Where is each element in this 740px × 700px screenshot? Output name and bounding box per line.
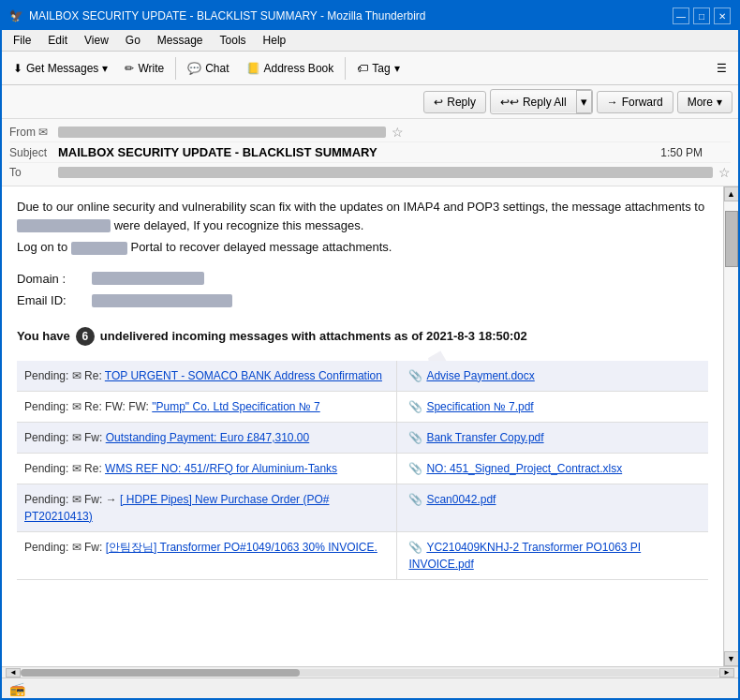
menu-view[interactable]: View xyxy=(77,32,116,49)
scrollbar-thumb[interactable] xyxy=(725,211,738,267)
maximize-button[interactable]: □ xyxy=(693,7,710,24)
title-bar: 🦅 MAILBOX SECURITY UPDATE - BLACKLIST SU… xyxy=(2,2,738,30)
menu-edit[interactable]: Edit xyxy=(40,32,75,49)
attachment-icon: 📎 xyxy=(408,367,422,384)
pending-table: Pending: ✉ Re: TOP URGENT - SOMACO BANK … xyxy=(17,361,708,580)
hscroll-thumb[interactable] xyxy=(21,669,300,677)
pending-left-cell: Pending: ✉ Re: TOP URGENT - SOMACO BANK … xyxy=(17,361,397,392)
body-text: Due to our online security and vulnerabi… xyxy=(17,198,708,580)
toolbar-separator-2 xyxy=(345,57,346,80)
to-row: To ☆ xyxy=(9,163,731,182)
to-label: To xyxy=(9,166,58,179)
reply-all-button[interactable]: ↩↩ Reply All xyxy=(491,92,576,112)
hscroll-bar: ◄ ► xyxy=(2,666,738,678)
pending-link[interactable]: TOP URGENT - SOMACO BANK Address Confirm… xyxy=(105,369,382,382)
forward-label: Forward xyxy=(622,96,663,109)
close-button[interactable]: ✕ xyxy=(714,7,731,24)
scroll-down-arrow[interactable]: ▼ xyxy=(724,651,739,666)
menu-file[interactable]: File xyxy=(6,32,38,49)
tag-button[interactable]: 🏷 Tag ▾ xyxy=(349,58,407,79)
attachment-link[interactable]: Scan0042.pdf xyxy=(426,493,496,506)
menu-bar: File Edit View Go Message Tools Help xyxy=(2,30,738,52)
action-bar: ↩ Reply ↩↩ Reply All ▾ → Forward More ▾ xyxy=(2,85,738,119)
attachment-link[interactable]: Advise Payment.docx xyxy=(426,369,534,382)
write-icon: ✏ xyxy=(125,62,134,75)
from-star-icon[interactable]: ☆ xyxy=(392,125,404,140)
pending-plain-text: Pending: ✉ Fw: xyxy=(24,431,106,444)
pending-left-cell: Pending: ✉ Fw: Outstanding Payment: Euro… xyxy=(17,422,397,453)
menu-help[interactable]: Help xyxy=(256,32,294,49)
reply-all-icon: ↩↩ xyxy=(500,96,519,109)
pending-right-cell: 📎NO: 451_Signed_Project_Contract.xlsx xyxy=(397,453,708,484)
reply-all-dropdown-button[interactable]: ▾ xyxy=(576,90,592,113)
attachment-link[interactable]: Specification № 7.pdf xyxy=(426,400,533,413)
blurred-recipient xyxy=(17,219,111,232)
domain-label: Domain : xyxy=(17,270,92,289)
pending-left-cell: Pending: ✉ Re: FW: FW: "Pump" Co. Ltd Sp… xyxy=(17,391,397,422)
pending-link[interactable]: WMS REF NO: 451//RFQ for Aluminium-Tanks xyxy=(105,462,337,475)
attachment-link[interactable]: NO: 451_Signed_Project_Contract.xlsx xyxy=(426,462,622,475)
address-book-button[interactable]: 📒 Address Book xyxy=(239,58,342,79)
main-window: 🦅 MAILBOX SECURITY UPDATE - BLACKLIST SU… xyxy=(0,0,740,700)
more-dropdown-icon: ▾ xyxy=(717,96,722,109)
right-scrollbar: ▲ ▼ xyxy=(723,186,738,666)
more-label: More xyxy=(688,96,713,109)
email-body: SCAM Due to our online security and vuln… xyxy=(2,186,723,666)
forward-icon: → xyxy=(607,96,618,109)
pending-right-cell: 📎Advise Payment.docx xyxy=(397,361,708,392)
attachment-icon: 📎 xyxy=(408,460,422,477)
get-messages-icon: ⬇ xyxy=(13,62,22,75)
attachment-link[interactable]: Bank Transfer Copy.pdf xyxy=(426,431,543,444)
tag-icon: 🏷 xyxy=(357,62,368,75)
forward-button[interactable]: → Forward xyxy=(597,91,673,113)
attachment-link[interactable]: YC210409KNHJ-2 Transformer PO1063 PI INV… xyxy=(408,541,641,571)
subject-value: MAILBOX SECURITY UPDATE - BLACKLIST SUMM… xyxy=(58,145,660,159)
blurred-portal xyxy=(71,242,127,255)
domain-value xyxy=(92,272,204,285)
pending-link[interactable]: [안팀장님] Transformer PO#1049/1063 30% INVO… xyxy=(106,541,377,554)
email-content-area: SCAM Due to our online security and vuln… xyxy=(2,186,738,666)
reply-label: Reply xyxy=(447,96,476,109)
minimize-button[interactable]: — xyxy=(673,7,689,24)
chat-button[interactable]: 💬 Chat xyxy=(180,58,236,79)
hscroll-track xyxy=(21,669,719,677)
pending-link[interactable]: Outstanding Payment: Euro £847,310.00 xyxy=(106,431,309,444)
count-after: undelivered incoming messages with attac… xyxy=(100,327,527,346)
menu-message[interactable]: Message xyxy=(150,32,211,49)
attachment-icon: 📎 xyxy=(408,539,422,556)
hscroll-left-arrow[interactable]: ◄ xyxy=(6,668,21,678)
hamburger-menu-button[interactable]: ☰ xyxy=(709,58,734,79)
attachment-icon: 📎 xyxy=(408,429,422,446)
reply-button[interactable]: ↩ Reply xyxy=(423,91,486,113)
menu-go[interactable]: Go xyxy=(118,32,148,49)
emailid-value xyxy=(92,294,232,307)
scroll-up-arrow[interactable]: ▲ xyxy=(724,186,739,201)
chat-icon: 💬 xyxy=(187,62,201,75)
title-bar-controls: — □ ✕ xyxy=(673,7,731,24)
body-paragraph-1: Due to our online security and vulnerabi… xyxy=(17,198,708,234)
attachment-icon: 📎 xyxy=(408,398,422,415)
status-bar: 📻 xyxy=(2,678,738,698)
pending-link[interactable]: "Pump" Co. Ltd Specification № 7 xyxy=(152,400,319,413)
table-row: Pending: ✉ Re: TOP URGENT - SOMACO BANK … xyxy=(17,361,708,392)
tag-label: Tag xyxy=(372,62,390,75)
menu-tools[interactable]: Tools xyxy=(213,32,254,49)
table-row: Pending: ✉ Fw: → [ HDPE Pipes] New Purch… xyxy=(17,484,708,531)
more-button[interactable]: More ▾ xyxy=(677,91,733,113)
write-button[interactable]: ✏ Write xyxy=(117,58,171,79)
hscroll-right-arrow[interactable]: ► xyxy=(719,668,734,678)
pending-right-cell: 📎YC210409KNHJ-2 Transformer PO1063 PI IN… xyxy=(397,531,708,579)
pending-left-cell: Pending: ✉ Fw: → [ HDPE Pipes] New Purch… xyxy=(17,484,397,531)
to-star-icon[interactable]: ☆ xyxy=(718,165,731,180)
pending-right-cell: 📎Scan0042.pdf xyxy=(397,484,708,531)
pending-left-cell: Pending: ✉ Fw: [안팀장님] Transformer PO#104… xyxy=(17,531,397,579)
to-value xyxy=(58,167,713,178)
chat-label: Chat xyxy=(205,62,229,75)
emailid-row: Email ID: xyxy=(17,291,708,310)
table-row: Pending: ✉ Fw: [안팀장님] Transformer PO#104… xyxy=(17,531,708,579)
count-section: You have 6 undelivered incoming messages… xyxy=(17,327,708,346)
toolbar: ⬇ Get Messages ▾ ✏ Write 💬 Chat 📒 Addres… xyxy=(2,52,738,85)
window-title: MAILBOX SECURITY UPDATE - BLACKLIST SUMM… xyxy=(29,9,425,22)
get-messages-button[interactable]: ⬇ Get Messages ▾ xyxy=(6,58,115,79)
scrollbar-track xyxy=(725,201,738,651)
